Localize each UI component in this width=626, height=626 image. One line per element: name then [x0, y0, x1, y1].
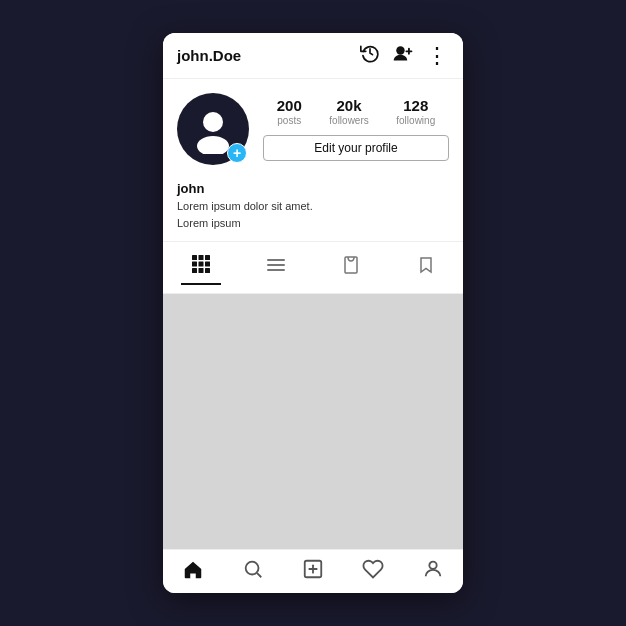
grid-cell-2[interactable] [264, 294, 363, 393]
stat-followers: 20k followers [329, 97, 368, 127]
nav-profile[interactable] [422, 558, 444, 585]
stats-row: 200 posts 20k followers 128 following [263, 97, 449, 127]
tab-list[interactable] [256, 251, 296, 284]
svg-rect-13 [205, 268, 210, 273]
profile-section: + 200 posts 20k followers 128 following [163, 79, 463, 175]
bottom-nav [163, 549, 463, 593]
stats-and-button: 200 posts 20k followers 128 following Ed… [263, 97, 449, 161]
svg-rect-8 [192, 262, 197, 267]
bio-section: john Lorem ipsum dolor sit amet. Lorem i… [163, 175, 463, 241]
grid-cell-1[interactable] [163, 294, 262, 393]
bio-text: Lorem ipsum dolor sit amet. Lorem ipsum [177, 198, 449, 231]
nav-heart[interactable] [362, 558, 384, 585]
edit-profile-button[interactable]: Edit your profile [263, 135, 449, 161]
stat-posts: 200 posts [277, 97, 302, 127]
tab-tag[interactable] [331, 251, 371, 284]
add-person-icon[interactable] [392, 43, 414, 68]
svg-rect-10 [205, 262, 210, 267]
svg-point-0 [396, 46, 404, 54]
svg-rect-12 [198, 268, 203, 273]
tab-grid[interactable] [181, 250, 221, 285]
grid-cell-4[interactable] [163, 423, 262, 522]
svg-rect-6 [198, 255, 203, 260]
more-icon[interactable]: ⋮ [426, 45, 449, 67]
svg-rect-17 [345, 257, 357, 273]
stat-following: 128 following [396, 97, 435, 127]
grid-cell-6[interactable] [364, 423, 463, 522]
svg-line-19 [257, 573, 261, 577]
nav-search[interactable] [242, 558, 264, 585]
phone-frame: john.Doe ⋮ [163, 33, 463, 593]
bio-name: john [177, 181, 449, 196]
svg-point-4 [197, 136, 229, 154]
history-icon[interactable] [360, 43, 380, 68]
svg-rect-7 [205, 255, 210, 260]
svg-point-23 [429, 562, 436, 569]
top-bar: john.Doe ⋮ [163, 33, 463, 79]
svg-point-3 [203, 112, 223, 132]
top-icons: ⋮ [360, 43, 449, 68]
grid-cell-5[interactable] [264, 423, 363, 522]
svg-rect-11 [192, 268, 197, 273]
svg-rect-9 [198, 262, 203, 267]
nav-home[interactable] [182, 558, 204, 585]
svg-point-18 [246, 562, 259, 575]
username: john.Doe [177, 47, 241, 64]
nav-add[interactable] [302, 558, 324, 585]
tab-bookmark[interactable] [406, 251, 446, 284]
svg-rect-5 [192, 255, 197, 260]
add-avatar-button[interactable]: + [227, 143, 247, 163]
photo-grid [163, 294, 463, 549]
grid-cell-3[interactable] [364, 294, 463, 393]
avatar-wrapper: + [177, 93, 249, 165]
tabs-row [163, 241, 463, 294]
